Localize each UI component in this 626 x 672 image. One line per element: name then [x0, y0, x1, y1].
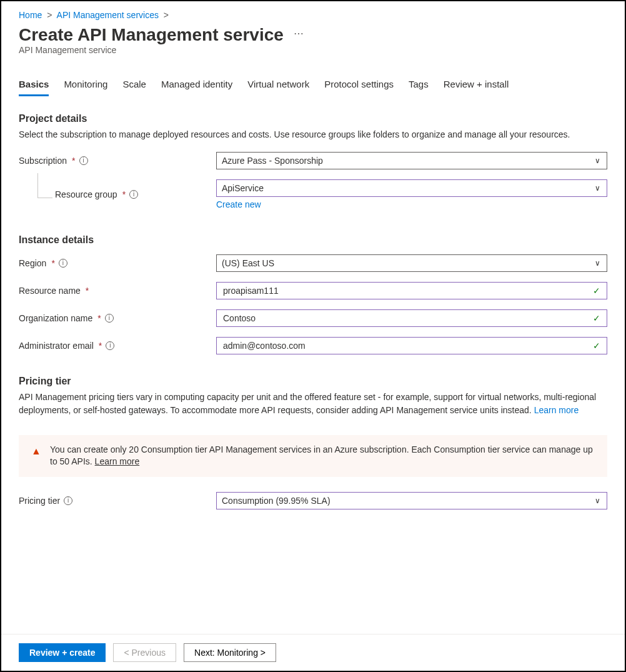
consumption-tier-banner: ▲ You can create only 20 Consumption tie…	[19, 435, 607, 477]
tree-line	[37, 173, 52, 198]
subscription-value: Azure Pass - Sponsorship	[222, 156, 323, 166]
next-button[interactable]: Next: Monitoring >	[184, 643, 276, 662]
breadcrumb: Home > API Management services >	[19, 10, 607, 20]
required-icon: *	[99, 341, 102, 351]
tab-basics[interactable]: Basics	[19, 79, 49, 96]
info-icon[interactable]: i	[105, 314, 114, 323]
subscription-select[interactable]: Azure Pass - Sponsorship ∨	[216, 152, 607, 169]
breadcrumb-apim[interactable]: API Management services	[57, 10, 159, 20]
organization-name-input-wrap: ✓	[216, 309, 607, 327]
region-select[interactable]: (US) East US ∨	[216, 254, 607, 272]
chevron-down-icon: ∨	[595, 259, 600, 268]
instance-details-heading: Instance details	[19, 234, 607, 246]
footer: Review + create < Previous Next: Monitor…	[1, 634, 625, 671]
more-icon[interactable]: ⋯	[294, 28, 305, 39]
required-icon: *	[97, 313, 101, 323]
required-icon: *	[51, 258, 54, 268]
info-icon[interactable]: i	[59, 259, 67, 268]
breadcrumb-sep: >	[164, 10, 169, 20]
breadcrumb-sep: >	[47, 10, 52, 20]
resource-group-label: Resource group	[55, 189, 117, 199]
banner-learn-more-link[interactable]: Learn more	[95, 456, 140, 466]
resource-name-input-wrap: ✓	[216, 282, 607, 299]
chevron-down-icon: ∨	[595, 496, 600, 505]
check-icon: ✓	[593, 286, 600, 296]
chevron-down-icon: ∨	[595, 184, 600, 193]
project-details-description: Select the subscription to manage deploy…	[19, 128, 607, 141]
page-subtitle: API Management service	[19, 45, 607, 55]
required-icon: *	[86, 286, 89, 296]
pricing-tier-value: Consumption (99.95% SLA)	[222, 496, 330, 506]
pricing-tier-select[interactable]: Consumption (99.95% SLA) ∨	[216, 492, 607, 509]
tab-review-install[interactable]: Review + install	[444, 79, 509, 96]
organization-name-label: Organization name	[19, 313, 92, 323]
breadcrumb-home[interactable]: Home	[19, 10, 42, 20]
pricing-tier-label: Pricing tier	[19, 496, 60, 506]
project-details-heading: Project details	[19, 113, 607, 124]
resource-group-select[interactable]: ApiService ∨	[216, 179, 607, 197]
tab-tags[interactable]: Tags	[409, 79, 429, 96]
organization-name-input[interactable]	[222, 313, 602, 324]
warning-icon: ▲	[31, 444, 41, 458]
check-icon: ✓	[593, 313, 600, 323]
admin-email-input[interactable]	[222, 340, 602, 351]
create-new-link[interactable]: Create new	[216, 199, 261, 209]
tab-managed-identity[interactable]: Managed identity	[161, 79, 232, 96]
tab-virtual-network[interactable]: Virtual network	[247, 79, 309, 96]
previous-button: < Previous	[113, 643, 176, 662]
tab-monitoring[interactable]: Monitoring	[64, 79, 107, 96]
resource-group-value: ApiService	[222, 183, 264, 193]
info-icon[interactable]: i	[106, 341, 114, 350]
tabs: Basics Monitoring Scale Managed identity…	[19, 79, 607, 97]
resource-name-label: Resource name	[19, 286, 81, 296]
region-value: (US) East US	[222, 258, 274, 268]
tab-protocol-settings[interactable]: Protocol settings	[324, 79, 394, 96]
check-icon: ✓	[593, 341, 600, 351]
admin-email-input-wrap: ✓	[216, 337, 607, 354]
page-title: Create API Management service	[19, 25, 284, 45]
pricing-tier-heading: Pricing tier	[19, 376, 607, 387]
info-icon[interactable]: i	[129, 190, 138, 199]
pricing-learn-more-link[interactable]: Learn more	[534, 405, 579, 415]
required-icon: *	[122, 189, 126, 199]
region-label: Region	[19, 258, 46, 268]
chevron-down-icon: ∨	[595, 156, 600, 165]
review-create-button[interactable]: Review + create	[19, 643, 106, 662]
tab-scale[interactable]: Scale	[122, 79, 146, 96]
subscription-label: Subscription	[19, 156, 67, 166]
admin-email-label: Administrator email	[19, 341, 94, 351]
required-icon: *	[72, 156, 75, 166]
info-icon[interactable]: i	[79, 156, 88, 165]
resource-name-input[interactable]	[222, 285, 602, 296]
info-icon[interactable]: i	[64, 496, 72, 505]
pricing-tier-description: API Management pricing tiers vary in com…	[19, 391, 607, 416]
